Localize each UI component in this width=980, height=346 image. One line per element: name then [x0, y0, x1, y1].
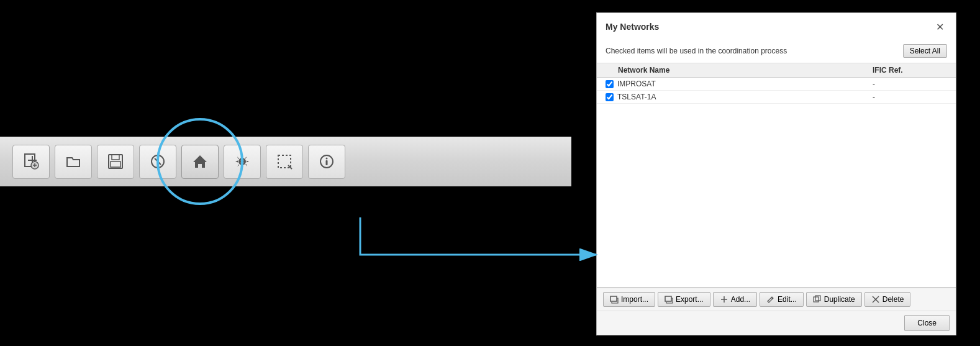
dialog-title: My Networks [606, 22, 659, 32]
close-dialog-button[interactable]: Close [904, 315, 950, 331]
save-button[interactable] [97, 145, 134, 179]
export-icon [665, 295, 673, 304]
network-name-tslsat: TSLSAT-1A [617, 93, 873, 101]
select-button[interactable] [266, 145, 303, 179]
open-button[interactable] [55, 145, 92, 179]
svg-point-18 [326, 158, 328, 160]
cancel-icon [149, 153, 166, 170]
dialog-footer-buttons: Import... Export... Add... Edit... Dupli… [597, 288, 956, 311]
svg-marker-11 [193, 155, 207, 168]
edit-button[interactable]: Edit... [760, 292, 804, 307]
dialog-close-x-button[interactable]: ✕ [932, 19, 947, 34]
svg-rect-7 [112, 155, 119, 160]
dialog-close-row: Close [597, 311, 956, 335]
svg-rect-22 [665, 296, 671, 301]
network-name-improsat: IMPROSAT [617, 80, 873, 88]
cancel-button[interactable] [139, 145, 176, 179]
column-header-network-name: Network Name [606, 66, 873, 75]
arrow-indicator [317, 174, 602, 261]
network-checkbox-tslsat[interactable] [606, 93, 614, 101]
table-row: IMPROSAT - [597, 78, 956, 91]
svg-rect-19 [326, 160, 328, 165]
save-icon [107, 153, 124, 170]
delete-button[interactable]: Delete [864, 292, 911, 307]
network-checkbox-improsat[interactable] [606, 80, 614, 88]
export-button[interactable]: Export... [658, 292, 710, 307]
network-table-body: IMPROSAT - TSLSAT-1A - [597, 78, 956, 288]
svg-point-14 [240, 160, 244, 163]
open-icon [65, 153, 82, 170]
new-icon [22, 153, 40, 170]
table-header: Network Name IFIC Ref. [597, 63, 956, 78]
duplicate-icon [813, 295, 822, 304]
edit-icon [766, 295, 775, 304]
select-all-button[interactable]: Select All [903, 44, 947, 58]
select-icon [276, 153, 293, 170]
info-icon [318, 153, 335, 170]
import-icon [610, 295, 619, 304]
column-header-ific-ref: IFIC Ref. [873, 66, 947, 75]
settings-icon [234, 153, 251, 170]
duplicate-button[interactable]: Duplicate [806, 292, 862, 307]
network-ific-improsat: - [873, 80, 947, 88]
import-button[interactable]: Import... [603, 292, 655, 307]
svg-rect-21 [610, 296, 617, 301]
svg-rect-8 [111, 162, 120, 167]
dialog-description-row: Checked items will be used in the coordi… [597, 39, 956, 63]
info-button[interactable] [308, 145, 345, 179]
home-button-wrapper [181, 145, 219, 179]
table-row: TSLSAT-1A - [597, 91, 956, 104]
add-icon [720, 295, 728, 304]
svg-rect-27 [815, 296, 820, 301]
dialog-title-bar: My Networks ✕ [597, 13, 956, 39]
delete-icon [871, 295, 880, 304]
home-icon [191, 153, 209, 170]
svg-line-10 [155, 158, 161, 165]
add-button[interactable]: Add... [713, 292, 757, 307]
dialog-description-text: Checked items will be used in the coordi… [606, 47, 787, 55]
network-ific-tslsat: - [873, 93, 947, 101]
new-button[interactable] [12, 145, 50, 179]
my-networks-dialog: My Networks ✕ Checked items will be used… [596, 12, 956, 335]
toolbar [0, 137, 571, 186]
settings-button[interactable] [224, 145, 261, 179]
svg-rect-26 [814, 297, 819, 302]
home-button[interactable] [181, 145, 219, 179]
